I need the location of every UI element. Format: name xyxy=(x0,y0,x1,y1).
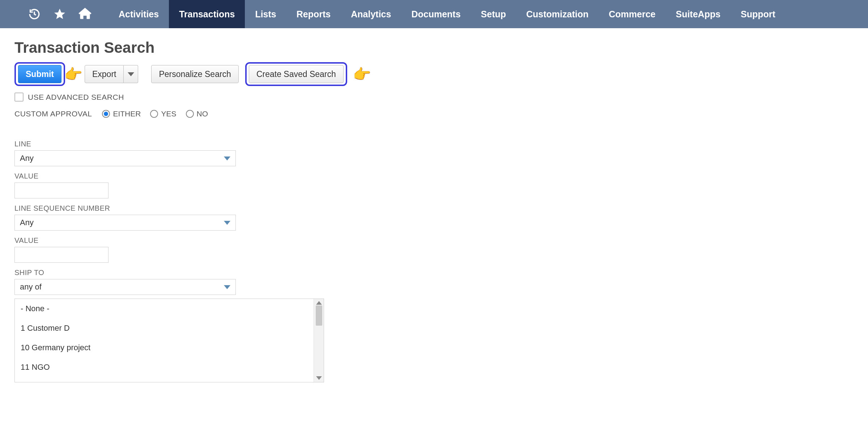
pointing-hand-icon: 👉 xyxy=(353,67,371,81)
page-title: Transaction Search xyxy=(14,39,854,56)
nav-setup[interactable]: Setup xyxy=(471,0,516,28)
list-item[interactable]: 11 NGO xyxy=(15,357,314,377)
export-dropdown-caret[interactable] xyxy=(124,65,138,83)
list-item[interactable]: 10 Germany project xyxy=(15,338,314,357)
caret-down-icon xyxy=(128,72,134,76)
button-label: Create Saved Search xyxy=(256,69,336,79)
radio-icon xyxy=(186,110,194,118)
nav-activities[interactable]: Activities xyxy=(109,0,169,28)
nav-reports[interactable]: Reports xyxy=(286,0,341,28)
star-icon[interactable] xyxy=(47,0,72,28)
nav-commerce[interactable]: Commerce xyxy=(599,0,665,28)
nav-transactions[interactable]: Transactions xyxy=(169,0,245,28)
nav-lists[interactable]: Lists xyxy=(245,0,286,28)
use-advanced-checkbox[interactable] xyxy=(14,93,24,102)
nav-label: Commerce xyxy=(609,9,655,20)
ship-to-listbox: - None - 1 Customer D 10 Germany project… xyxy=(14,299,324,382)
button-label: Personalize Search xyxy=(159,69,231,79)
caret-down-icon xyxy=(224,285,230,289)
line-select[interactable]: Any xyxy=(14,150,236,166)
button-label: Submit xyxy=(26,69,54,79)
radio-either[interactable]: EITHER xyxy=(102,110,141,118)
use-advanced-row: USE ADVANCED SEARCH xyxy=(14,93,854,102)
pointing-hand-icon: 👉 xyxy=(64,67,82,81)
topnav: Activities Transactions Lists Reports An… xyxy=(0,0,868,28)
use-advanced-label: USE ADVANCED SEARCH xyxy=(28,93,124,102)
list-item-label: 11 NGO xyxy=(21,363,50,372)
field-value-1: VALUE xyxy=(14,172,854,198)
custom-approval-row: CUSTOM APPROVAL EITHER YES NO xyxy=(14,110,854,118)
export-split-button: Export xyxy=(85,65,138,83)
field-line-seq: LINE SEQUENCE NUMBER Any xyxy=(14,204,854,231)
nav-analytics[interactable]: Analytics xyxy=(341,0,401,28)
nav-label: Support xyxy=(741,9,775,20)
field-line: LINE Any xyxy=(14,140,854,166)
radio-icon xyxy=(150,110,158,118)
nav-customization[interactable]: Customization xyxy=(516,0,599,28)
radio-no[interactable]: NO xyxy=(186,110,208,118)
scrollbar[interactable] xyxy=(314,299,324,382)
nav-label: Documents xyxy=(411,9,460,20)
custom-approval-label: CUSTOM APPROVAL xyxy=(14,110,92,118)
nav-label: SuiteApps xyxy=(676,9,720,20)
caret-down-icon xyxy=(224,157,230,160)
value-2-input[interactable] xyxy=(14,247,109,263)
highlight-submit: Submit xyxy=(14,62,65,86)
field-label: VALUE xyxy=(14,172,854,180)
scroll-up-icon xyxy=(316,301,322,305)
radio-yes[interactable]: YES xyxy=(150,110,176,118)
list-item-label: - None - xyxy=(21,304,49,313)
scroll-down-icon xyxy=(316,376,322,380)
field-ship-to: SHIP TO any of - None - 1 Customer D 10 … xyxy=(14,269,854,382)
nav-label: Analytics xyxy=(351,9,391,20)
nav-label: Customization xyxy=(526,9,588,20)
nav-suiteapps[interactable]: SuiteApps xyxy=(665,0,731,28)
list-item[interactable]: - None - xyxy=(15,299,314,318)
select-value: Any xyxy=(20,218,34,227)
export-button[interactable]: Export xyxy=(85,65,124,83)
list-item-label: 10 Germany project xyxy=(21,343,90,352)
svg-marker-0 xyxy=(54,9,65,19)
nav-label: Activities xyxy=(119,9,159,20)
button-row: Submit 👉 Export Personalize Search Creat… xyxy=(14,62,854,86)
nav-label: Setup xyxy=(481,9,506,20)
field-label: LINE SEQUENCE NUMBER xyxy=(14,204,854,213)
list-item[interactable]: 1 Customer D xyxy=(15,318,314,338)
nav-label: Transactions xyxy=(179,9,235,20)
radio-icon xyxy=(102,110,110,118)
button-label: Export xyxy=(92,69,116,79)
radio-label: NO xyxy=(197,110,208,118)
nav-label: Reports xyxy=(297,9,331,20)
ship-to-operator-select[interactable]: any of xyxy=(14,279,236,295)
scroll-track xyxy=(314,305,324,376)
value-1-input[interactable] xyxy=(14,183,109,198)
field-label: LINE xyxy=(14,140,854,148)
radio-label: YES xyxy=(161,110,176,118)
scroll-thumb[interactable] xyxy=(316,305,322,326)
field-value-2: VALUE xyxy=(14,236,854,263)
submit-button[interactable]: Submit xyxy=(18,65,61,83)
create-saved-search-button[interactable]: Create Saved Search xyxy=(249,65,344,83)
field-label: SHIP TO xyxy=(14,269,854,277)
radio-label: EITHER xyxy=(113,110,141,118)
caret-down-icon xyxy=(224,221,230,225)
list-item-label: 1 Customer D xyxy=(21,323,70,333)
nav-label: Lists xyxy=(255,9,276,20)
page: Transaction Search Submit 👉 Export Perso… xyxy=(0,28,868,390)
home-icon[interactable] xyxy=(72,0,98,28)
nav-documents[interactable]: Documents xyxy=(401,0,471,28)
field-label: VALUE xyxy=(14,236,854,245)
personalize-search-button[interactable]: Personalize Search xyxy=(151,65,238,83)
highlight-create-saved: Create Saved Search xyxy=(245,62,347,86)
select-value: Any xyxy=(20,154,34,163)
nav-support[interactable]: Support xyxy=(731,0,786,28)
history-icon[interactable] xyxy=(22,0,47,28)
ship-to-listbox-inner[interactable]: - None - 1 Customer D 10 Germany project… xyxy=(15,299,314,382)
select-value: any of xyxy=(20,282,42,292)
line-seq-select[interactable]: Any xyxy=(14,215,236,231)
